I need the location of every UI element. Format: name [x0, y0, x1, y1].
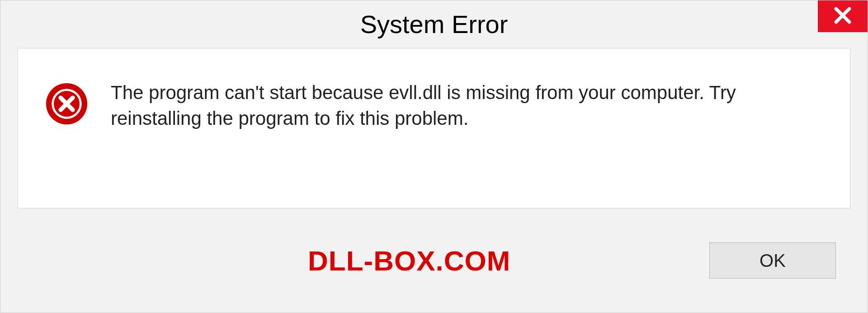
title-bar: System Error: [0, 0, 868, 48]
close-button[interactable]: [818, 0, 868, 32]
error-dialog: System Error The program can't start bec…: [0, 0, 868, 313]
watermark-text: DLL-BOX.COM: [308, 245, 510, 277]
ok-button[interactable]: OK: [709, 242, 836, 279]
error-icon: [45, 82, 88, 125]
dialog-title: System Error: [360, 9, 508, 39]
close-icon: [833, 5, 853, 27]
dialog-footer: DLL-BOX.COM OK: [0, 209, 868, 313]
content-panel: The program can't start because evll.dll…: [18, 48, 850, 209]
error-message: The program can't start because evll.dll…: [111, 80, 811, 131]
ok-button-label: OK: [760, 251, 786, 271]
